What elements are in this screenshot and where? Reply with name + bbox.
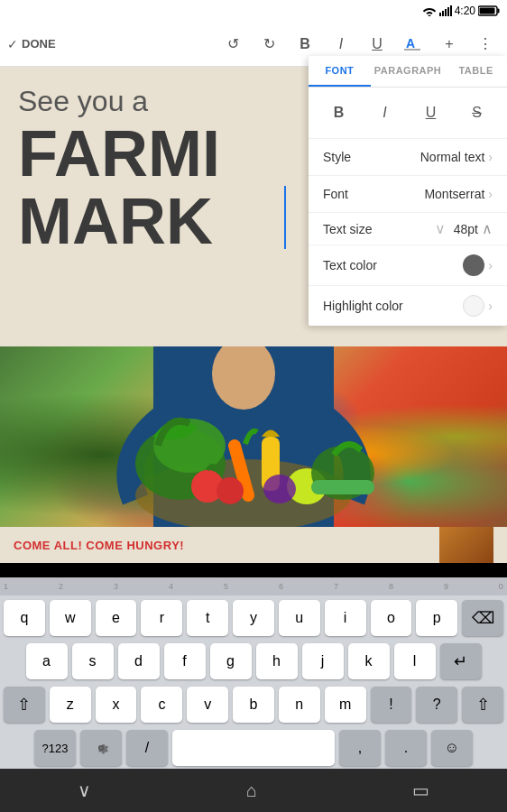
add-button[interactable]: +: [435, 30, 464, 59]
more-button[interactable]: ⋮: [471, 30, 500, 59]
nav-back-icon[interactable]: ∨: [78, 780, 91, 801]
key-slash[interactable]: /: [126, 730, 168, 766]
bold-button[interactable]: B: [290, 30, 319, 59]
panel-tabs: FONT PARAGRAPH TABLE: [309, 56, 507, 88]
highlight-color-row[interactable]: Highlight color ›: [309, 286, 507, 326]
key-q[interactable]: q: [4, 600, 45, 636]
key-i[interactable]: i: [325, 600, 366, 636]
keyboard-row-4: ?123 / , . ☺: [0, 725, 507, 769]
done-button[interactable]: ✓ DONE: [7, 37, 218, 51]
svg-rect-2: [442, 11, 444, 16]
key-g[interactable]: g: [210, 643, 252, 679]
svg-point-20: [263, 475, 296, 503]
key-w[interactable]: w: [50, 600, 91, 636]
key-p[interactable]: p: [416, 600, 457, 636]
key-space[interactable]: [172, 730, 335, 766]
nav-recents-icon[interactable]: ▭: [412, 780, 429, 801]
key-shift[interactable]: ⇧: [4, 687, 45, 723]
text-color-row[interactable]: Text color ›: [309, 245, 507, 286]
style-row[interactable]: Style Normal text ›: [309, 139, 507, 176]
food-thumbnail: [439, 527, 493, 563]
key-backspace[interactable]: ⌫: [462, 600, 503, 636]
style-value: Normal text: [420, 150, 485, 164]
key-ruler: 1 2 3 4 5 6 7 8 9 0: [0, 577, 507, 595]
tab-table[interactable]: TABLE: [445, 56, 507, 87]
nav-bar: ∨ ⌂ ▭: [0, 769, 507, 812]
key-z[interactable]: z: [50, 687, 91, 723]
key-y[interactable]: y: [233, 600, 274, 636]
svg-rect-8: [480, 8, 495, 14]
key-shift-right[interactable]: ⇧: [462, 687, 503, 723]
svg-rect-7: [498, 9, 500, 14]
key-m[interactable]: m: [325, 687, 366, 723]
wifi-icon: [422, 5, 437, 16]
svg-point-18: [217, 477, 244, 504]
key-emoji[interactable]: ☺: [431, 730, 473, 766]
text-size-row: Text size ∨ 48pt ∧: [309, 213, 507, 245]
keyboard-row-2: a s d f g h j k l ↵: [0, 639, 507, 682]
key-j[interactable]: j: [302, 643, 344, 679]
key-s[interactable]: s: [72, 643, 114, 679]
panel-format-row: B I U S: [309, 88, 507, 139]
nav-home-icon[interactable]: ⌂: [246, 780, 257, 801]
text-size-label: Text size: [323, 222, 435, 236]
svg-rect-22: [311, 480, 374, 494]
key-period[interactable]: .: [385, 730, 427, 766]
key-b[interactable]: b: [233, 687, 274, 723]
battery-icon: [478, 5, 500, 16]
format-text-button[interactable]: A: [399, 30, 428, 59]
text-cursor: [284, 186, 286, 249]
key-settings-icon[interactable]: [80, 730, 122, 766]
key-comma[interactable]: ,: [339, 730, 381, 766]
come-all-text: COME ALL! COME HUNGRY!: [14, 539, 184, 552]
key-t[interactable]: t: [187, 600, 228, 636]
key-a[interactable]: a: [26, 643, 68, 679]
highlight-color-arrow-icon: ›: [488, 299, 493, 313]
undo-button[interactable]: ↺: [218, 30, 247, 59]
key-exclaim[interactable]: !: [371, 687, 412, 723]
key-h[interactable]: h: [256, 643, 298, 679]
panel-italic-button[interactable]: I: [369, 97, 401, 129]
settings-gear-icon: [93, 740, 109, 756]
key-l[interactable]: l: [394, 643, 436, 679]
redo-button[interactable]: ↻: [254, 30, 283, 59]
font-panel: FONT PARAGRAPH TABLE B I U S Style Norma…: [309, 56, 507, 326]
key-enter[interactable]: ↵: [440, 643, 482, 679]
panel-underline-button[interactable]: U: [415, 97, 447, 129]
text-size-value: 48pt: [449, 222, 478, 236]
key-e[interactable]: e: [96, 600, 137, 636]
key-v[interactable]: v: [187, 687, 228, 723]
svg-text:A: A: [406, 36, 415, 51]
underline-button[interactable]: U: [363, 30, 392, 59]
tab-font[interactable]: FONT: [309, 56, 371, 87]
doc-line3: MARK: [18, 184, 213, 258]
key-question[interactable]: ?: [416, 687, 457, 723]
key-n[interactable]: n: [279, 687, 320, 723]
key-k[interactable]: k: [348, 643, 390, 679]
key-f[interactable]: f: [164, 643, 206, 679]
key-o[interactable]: o: [371, 600, 412, 636]
key-x[interactable]: x: [96, 687, 137, 723]
done-label: DONE: [22, 37, 56, 51]
toolbar-actions: ↺ ↻ B I U A + ⋮: [218, 30, 500, 59]
panel-bold-button[interactable]: B: [323, 97, 355, 129]
size-decrease-button[interactable]: ∨: [435, 220, 446, 237]
size-increase-button[interactable]: ∧: [482, 220, 493, 237]
panel-strikethrough-button[interactable]: S: [461, 97, 493, 129]
highlight-color-label: Highlight color: [323, 299, 463, 313]
svg-rect-10: [404, 49, 420, 51]
key-123[interactable]: ?123: [34, 730, 76, 766]
italic-button[interactable]: I: [327, 30, 355, 59]
text-size-controls: ∨ 48pt ∧: [435, 220, 493, 237]
key-r[interactable]: r: [141, 600, 182, 636]
font-row[interactable]: Font Montserrat ›: [309, 176, 507, 213]
tab-paragraph[interactable]: PARAGRAPH: [371, 56, 446, 87]
keyboard-row-3: ⇧ z x c v b n m ! ? ⇧: [0, 682, 507, 725]
check-icon: ✓: [7, 37, 18, 51]
signal-icon: [439, 5, 452, 16]
key-d[interactable]: d: [118, 643, 160, 679]
doc-line2: FARMI: [18, 116, 220, 190]
key-u[interactable]: u: [279, 600, 320, 636]
key-c[interactable]: c: [141, 687, 182, 723]
veg-svg: [0, 346, 507, 527]
